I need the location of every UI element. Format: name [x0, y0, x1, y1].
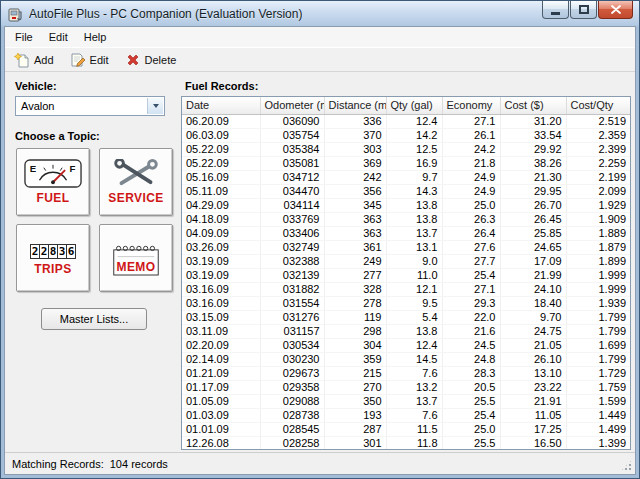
table-cell: 028258 [260, 437, 324, 451]
table-cell: 1.449 [566, 409, 630, 423]
table-row[interactable]: 03.19.0903213927711.025.421.991.999 [182, 269, 630, 283]
app-window: AutoFile Plus - PC Companion (Evaluation… [0, 0, 640, 479]
maximize-button[interactable] [570, 1, 597, 19]
menu-edit[interactable]: Edit [41, 28, 76, 46]
table-cell: 11.5 [386, 423, 442, 437]
col-header-cost-per-qty[interactable]: Cost/Qty [566, 97, 630, 115]
service-topic-button[interactable]: SERVICE [99, 148, 173, 216]
table-cell: 01.03.09 [182, 409, 260, 423]
table-cell: 031554 [260, 297, 324, 311]
table-cell: 25.85 [500, 227, 566, 241]
table-cell: 2.519 [566, 115, 630, 129]
table-row[interactable]: 04.18.0903376936313.826.326.451.909 [182, 213, 630, 227]
table-cell: 13.10 [500, 367, 566, 381]
table-cell: 04.29.09 [182, 199, 260, 213]
table-cell: 27.6 [442, 241, 500, 255]
table-cell: 278 [324, 297, 386, 311]
col-header-economy[interactable]: Economy [442, 97, 500, 115]
table-row[interactable]: 03.11.0903115729813.821.624.751.799 [182, 325, 630, 339]
fuel-records-label: Fuel Records: [185, 80, 631, 92]
master-lists-button[interactable]: Master Lists... [41, 308, 147, 330]
table-cell: 1.759 [566, 381, 630, 395]
fuel-table-body: 06.20.0903609033612.427.131.202.51906.03… [182, 115, 630, 451]
status-label: Matching Records: [12, 458, 104, 470]
vehicle-select[interactable]: Avalon [15, 96, 165, 116]
table-cell: 03.19.09 [182, 255, 260, 269]
table-row[interactable]: 05.22.0903538430312.524.229.922.399 [182, 143, 630, 157]
table-cell: 1.799 [566, 325, 630, 339]
col-header-qty[interactable]: Qty (gal) [386, 97, 442, 115]
title-bar[interactable]: AutoFile Plus - PC Companion (Evaluation… [1, 1, 639, 26]
table-cell: 1.399 [566, 437, 630, 451]
table-cell: 13.2 [386, 381, 442, 395]
table-cell: 14.3 [386, 185, 442, 199]
table-row[interactable]: 03.26.0903274936113.127.624.651.879 [182, 241, 630, 255]
odometer-digit: 6 [66, 244, 76, 259]
table-cell: 032139 [260, 269, 324, 283]
edit-button[interactable]: Edit [65, 49, 118, 71]
table-cell: 03.16.09 [182, 297, 260, 311]
table-cell: 369 [324, 157, 386, 171]
col-header-distance[interactable]: Distance (mi) [324, 97, 386, 115]
table-cell: 03.11.09 [182, 325, 260, 339]
fuel-topic-button[interactable]: E F FUEL [16, 148, 90, 216]
table-row[interactable]: 06.03.0903575437014.226.133.542.359 [182, 129, 630, 143]
table-row[interactable]: 01.05.0902908835013.725.521.911.599 [182, 395, 630, 409]
table-cell: 1.699 [566, 339, 630, 353]
table-row[interactable]: 01.17.0902935827013.220.523.221.759 [182, 381, 630, 395]
table-row[interactable]: 01.21.090296732157.628.313.101.729 [182, 367, 630, 381]
table-cell: 05.22.09 [182, 143, 260, 157]
table-cell: 356 [324, 185, 386, 199]
table-cell: 25.4 [442, 409, 500, 423]
table-row[interactable]: 12.26.0802825830111.825.516.501.399 [182, 437, 630, 451]
fuel-records-table: Date Odometer (mi) Distance (mi) Qty (ga… [181, 96, 631, 450]
table-cell: 33.54 [500, 129, 566, 143]
resize-grip[interactable] [620, 459, 633, 472]
table-row[interactable]: 02.14.0903023035914.524.826.101.799 [182, 353, 630, 367]
table-cell: 16.9 [386, 157, 442, 171]
col-header-odometer[interactable]: Odometer (mi) [260, 97, 324, 115]
table-row[interactable]: 02.20.0903053430412.424.521.051.699 [182, 339, 630, 353]
menu-file[interactable]: File [7, 28, 41, 46]
table-cell: 350 [324, 395, 386, 409]
table-cell: 034114 [260, 199, 324, 213]
memo-topic-button[interactable]: MEMO [99, 224, 173, 292]
table-cell: 1.889 [566, 227, 630, 241]
table-row[interactable]: 05.16.090347122429.724.921.302.199 [182, 171, 630, 185]
table-cell: 036090 [260, 115, 324, 129]
table-row[interactable]: 04.09.0903340636313.726.425.851.889 [182, 227, 630, 241]
table-cell: 361 [324, 241, 386, 255]
table-cell: 24.75 [500, 325, 566, 339]
trips-topic-label: TRIPS [34, 262, 71, 276]
table-row[interactable]: 05.11.0903447035614.324.929.952.099 [182, 185, 630, 199]
col-header-date[interactable]: Date [182, 97, 260, 115]
table-cell: 303 [324, 143, 386, 157]
table-row[interactable]: 05.22.0903508136916.921.838.262.259 [182, 157, 630, 171]
table-row[interactable]: 03.15.090312761195.422.09.701.799 [182, 311, 630, 325]
table-row[interactable]: 01.03.090287381937.625.411.051.449 [182, 409, 630, 423]
table-cell: 7.6 [386, 409, 442, 423]
wrench-icon [107, 159, 165, 188]
minimize-button[interactable] [542, 1, 569, 19]
table-cell: 287 [324, 423, 386, 437]
table-row[interactable]: 03.16.090315542789.529.318.401.939 [182, 297, 630, 311]
table-cell: 25.0 [442, 423, 500, 437]
close-button[interactable] [598, 1, 633, 19]
table-row[interactable]: 03.19.090323882499.027.717.091.899 [182, 255, 630, 269]
trips-topic-button[interactable]: 22836 TRIPS [16, 224, 90, 292]
table-row[interactable]: 04.29.0903411434513.825.026.701.929 [182, 199, 630, 213]
table-cell: 14.5 [386, 353, 442, 367]
table-cell: 363 [324, 213, 386, 227]
table-cell: 336 [324, 115, 386, 129]
table-row[interactable]: 06.20.0903609033612.427.131.202.519 [182, 115, 630, 129]
table-cell: 01.17.09 [182, 381, 260, 395]
records-panel: Fuel Records: Date Odometer (mi) Distanc… [181, 77, 631, 450]
table-cell: 1.999 [566, 269, 630, 283]
table-row[interactable]: 03.16.0903188232812.127.124.101.999 [182, 283, 630, 297]
menu-help[interactable]: Help [76, 28, 115, 46]
delete-button[interactable]: Delete [120, 49, 186, 71]
table-cell: 27.1 [442, 115, 500, 129]
table-row[interactable]: 01.01.0902854528711.525.017.251.499 [182, 423, 630, 437]
col-header-cost[interactable]: Cost ($) [500, 97, 566, 115]
add-button[interactable]: Add [9, 49, 63, 71]
